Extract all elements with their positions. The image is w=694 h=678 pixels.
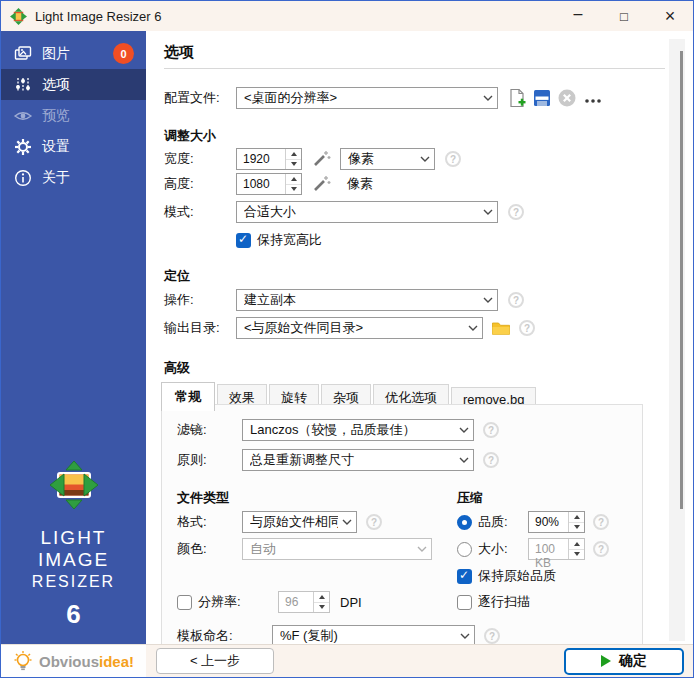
info-icon: [14, 169, 32, 187]
mode-select[interactable]: 合适大小: [236, 201, 498, 223]
output-dir-label: 输出目录:: [164, 319, 236, 337]
obviousidea-brand-link[interactable]: Obviousidea!: [1, 644, 146, 677]
compression-heading: 压缩: [457, 489, 483, 507]
gear-icon: [14, 138, 32, 156]
app-logo-icon: [10, 8, 27, 25]
mode-help-icon[interactable]: [508, 204, 524, 220]
format-select[interactable]: 与原始文件相同: [242, 511, 357, 533]
chevron-down-icon: [483, 209, 493, 215]
width-unit-select[interactable]: 像素: [340, 148, 435, 170]
action-select[interactable]: 建立副本: [236, 289, 498, 311]
footer-bar: < 上一步 确定: [146, 644, 693, 677]
quality-help-icon[interactable]: [593, 514, 609, 530]
format-label: 格式:: [177, 513, 242, 531]
size-help-icon[interactable]: [593, 541, 609, 557]
scrollbar-thumb[interactable]: [680, 51, 683, 509]
title-divider: [164, 68, 665, 69]
sidebar-item-label: 选项: [42, 76, 70, 94]
size-label: 大小:: [478, 540, 520, 558]
quality-radio[interactable]: [457, 515, 472, 530]
delete-profile-icon[interactable]: [557, 88, 577, 108]
sidebar-item-label: 图片: [42, 45, 70, 63]
resolution-spinner[interactable]: [313, 592, 329, 612]
format-help-icon[interactable]: [366, 514, 382, 530]
policy-help-icon[interactable]: [483, 452, 499, 468]
chevron-down-icon: [483, 297, 493, 303]
sidebar-item-about[interactable]: 关于: [1, 162, 146, 193]
sidebar-logo: LIGHT IMAGE RESIZER 6: [1, 459, 146, 644]
resolution-checkbox[interactable]: [177, 595, 192, 610]
close-button[interactable]: [647, 1, 693, 31]
tab-general[interactable]: 常规: [161, 382, 215, 411]
width-help-icon[interactable]: [445, 151, 461, 167]
window-title: Light Image Resizer 6: [35, 9, 161, 24]
resolution-input[interactable]: 96: [278, 591, 330, 613]
profile-select[interactable]: <桌面的分辨率>: [236, 87, 498, 109]
titlebar: Light Image Resizer 6: [1, 1, 693, 31]
quality-spinner[interactable]: [568, 512, 584, 532]
eye-icon: [14, 107, 32, 125]
sidebar-item-label: 关于: [42, 169, 70, 187]
action-label: 操作:: [164, 291, 236, 309]
keep-aspect-checkbox[interactable]: [236, 233, 251, 248]
maximize-button[interactable]: [601, 1, 647, 31]
progressive-checkbox[interactable]: [457, 595, 472, 610]
images-icon: [14, 45, 32, 63]
logo-text-version: 6: [1, 599, 146, 630]
filter-label: 滤镜:: [177, 421, 242, 439]
size-spinner[interactable]: [568, 539, 584, 559]
quality-input[interactable]: 90%: [528, 511, 585, 533]
keep-original-quality-checkbox[interactable]: [457, 569, 472, 584]
size-input[interactable]: 100 KB: [528, 538, 585, 560]
minimize-button[interactable]: [555, 1, 601, 31]
output-dir-select[interactable]: <与原始文件同目录>: [236, 317, 483, 339]
sidebar-item-options[interactable]: 选项: [1, 69, 146, 100]
resize-section-heading: 调整大小: [164, 127, 216, 145]
location-section-heading: 定位: [164, 267, 190, 285]
light-image-resizer-logo-icon: [48, 459, 100, 511]
window-controls: [555, 1, 693, 31]
chevron-down-icon: [420, 156, 430, 162]
sidebar-item-preview[interactable]: 预览: [1, 100, 146, 131]
width-label: 宽度:: [164, 150, 236, 168]
logo-text-resizer: RESIZER: [1, 571, 146, 593]
policy-label: 原则:: [177, 451, 242, 469]
back-button[interactable]: < 上一步: [156, 648, 274, 674]
mode-label: 模式:: [164, 203, 236, 221]
new-profile-icon[interactable]: [507, 88, 527, 108]
filter-select[interactable]: Lanczos（较慢，品质最佳）: [242, 419, 474, 441]
width-input[interactable]: 1920: [236, 148, 302, 170]
height-input[interactable]: 1080: [236, 173, 302, 195]
browse-folder-icon[interactable]: [491, 318, 511, 338]
page-title: 选项: [164, 43, 194, 62]
general-tab-panel: 滤镜: Lanczos（较慢，品质最佳） 原则: 总是重新调整尺寸: [161, 404, 643, 646]
more-options-icon[interactable]: [583, 88, 603, 108]
app-window: Light Image Resizer 6 图片 0: [0, 0, 694, 678]
sidebar-item-images[interactable]: 图片 0: [1, 38, 146, 69]
policy-select[interactable]: 总是重新调整尺寸: [242, 449, 474, 471]
chevron-down-icon: [417, 546, 427, 552]
color-select[interactable]: 自动: [242, 538, 432, 560]
magic-wand-icon[interactable]: [311, 174, 331, 194]
quality-label: 品质:: [478, 513, 520, 531]
action-help-icon[interactable]: [508, 292, 524, 308]
sidebar-item-settings[interactable]: 设置: [1, 131, 146, 162]
save-profile-icon[interactable]: [532, 88, 552, 108]
filter-help-icon[interactable]: [483, 422, 499, 438]
vertical-scrollbar[interactable]: [669, 39, 685, 641]
color-label: 颜色:: [177, 540, 242, 558]
chevron-down-icon: [459, 427, 469, 433]
width-spinner[interactable]: [285, 149, 301, 169]
profile-label: 配置文件:: [164, 89, 236, 107]
brand-text: Obviousidea!: [39, 653, 134, 670]
magic-wand-icon[interactable]: [311, 149, 331, 169]
keep-original-quality-label: 保持原始品质: [478, 567, 556, 585]
size-radio[interactable]: [457, 542, 472, 557]
output-dir-help-icon[interactable]: [519, 320, 535, 336]
height-spinner[interactable]: [285, 174, 301, 194]
template-help-icon[interactable]: [484, 628, 500, 644]
ok-button[interactable]: 确定: [564, 648, 684, 675]
chevron-down-icon: [342, 519, 352, 525]
logo-text-light: LIGHT: [1, 527, 146, 549]
keep-aspect-label: 保持宽高比: [257, 231, 322, 249]
